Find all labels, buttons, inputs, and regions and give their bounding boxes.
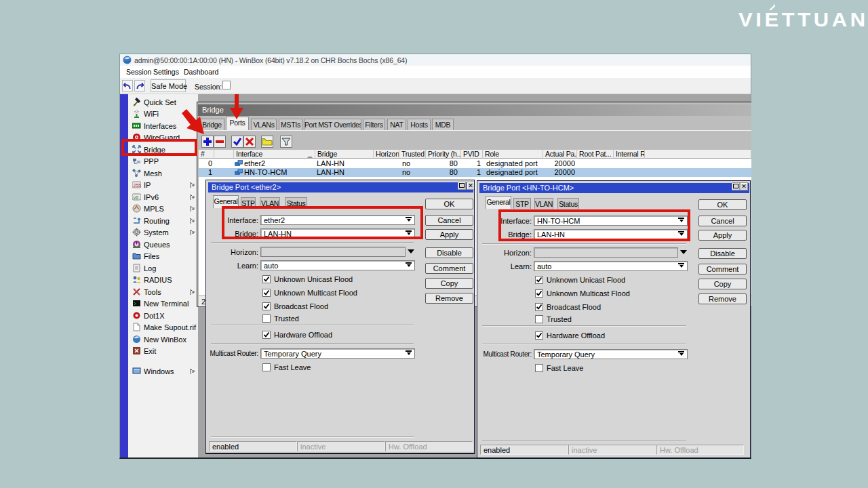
svg-text:255: 255 — [134, 183, 142, 188]
svg-text:v6: v6 — [134, 195, 139, 200]
